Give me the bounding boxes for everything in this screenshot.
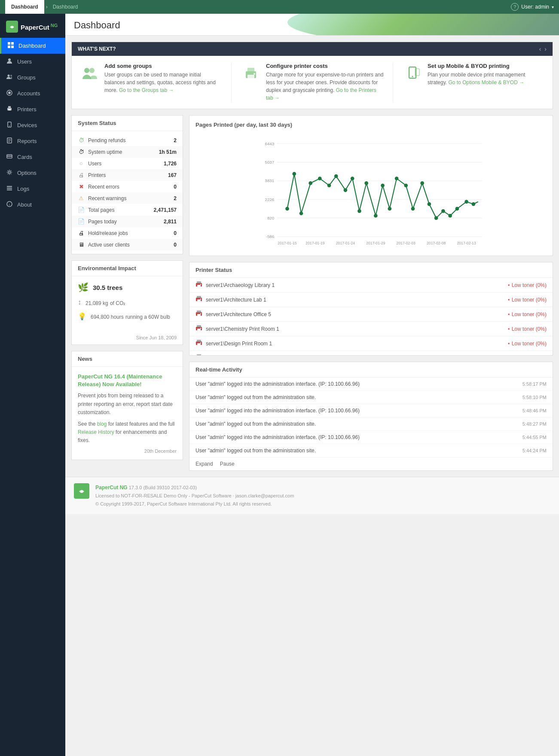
groups-tab-link[interactable]: Go to the Groups tab → [119,87,174,93]
svg-point-78 [455,207,459,211]
svg-point-64 [351,177,354,180]
svg-text:2017-02-13: 2017-02-13 [457,241,476,245]
svg-point-29 [89,68,95,73]
svg-point-69 [388,207,392,211]
help-icon[interactable]: ? [511,3,519,11]
whats-next-body-1: User groups can be used to manage initia… [104,71,223,94]
sidebar-item-groups[interactable]: Groups [0,70,65,85]
printer-status-panel: Printer Status server1\Archaeology Libra… [189,262,553,356]
expand-button[interactable]: Expand [195,461,213,467]
page-title: Dashboard [74,20,550,31]
env-trees: 30.5 trees [93,284,122,291]
pause-button[interactable]: Pause [220,461,235,467]
svg-point-72 [411,207,415,211]
svg-point-67 [374,214,378,218]
sidebar-item-accounts[interactable]: Accounts [0,85,65,101]
whats-next-panel: WHAT'S NEXT? ‹ › [71,42,553,109]
sidebar-label-printers: Printers [17,106,37,113]
sidebar-item-users[interactable]: Users [0,54,65,70]
svg-point-56 [285,207,289,211]
env-co2-row: ↕ 21,089 kg of CO₂ [78,299,177,306]
whats-next-prev[interactable]: ‹ [539,46,541,52]
svg-rect-1 [8,42,10,45]
status-row-hold: 🖨 Hold/release jobs 0 [72,227,183,239]
user-label[interactable]: User: admin [521,4,549,10]
whats-next-title-2: Configure printer costs [266,63,384,69]
status-row-uptime: ⏱ System uptime 1h 51m [72,146,183,158]
svg-text:6443: 6443 [265,141,274,146]
svg-point-74 [428,202,431,206]
groups-icon [6,74,13,81]
active-clients-icon: 🖥 [78,241,85,248]
blog-link[interactable]: blog [97,421,107,427]
activity-text-2: User "admin" logged out from the adminis… [195,394,519,400]
leaf-icon: 🌿 [78,282,89,293]
svg-point-77 [448,214,452,218]
status-row-active-clients: 🖥 Active user clients 0 [72,239,183,250]
activity-time-2: 5:58:10 PM [522,395,547,400]
svg-point-80 [472,202,476,206]
svg-point-84 [200,284,201,285]
right-column: Pages Printed (per day, last 30 days) 64… [189,115,553,471]
printer-row-icon [195,281,202,289]
breadcrumb-crumb[interactable]: Dashboard [49,4,82,10]
breadcrumb-active[interactable]: Dashboard [5,0,44,14]
activity-time-5: 5:44:55 PM [522,435,547,440]
breadcrumb-sep: › [46,4,48,10]
svg-rect-4 [11,46,14,48]
whats-next-title-3: Set up Mobile & BYOD printing [428,63,546,69]
svg-rect-99 [197,343,201,345]
sidebar-item-reports[interactable]: Reports [0,133,65,149]
chevron-down-icon[interactable]: ▾ [552,5,554,9]
footer-text: PaperCut NG 17.3.0 (Build 39310 2017-02-… [95,483,294,508]
sidebar-item-cards[interactable]: Cards [0,149,65,165]
news-body-text-2: See the blog for latest features and the… [78,420,177,445]
users-status-value: 1,726 [164,161,177,167]
sidebar-label-cards: Cards [17,154,32,160]
svg-point-7 [10,75,12,76]
sidebar-item-printers[interactable]: Printers [0,101,65,117]
sidebar-item-logs[interactable]: Logs [0,181,65,197]
sidebar-item-options[interactable]: Options [0,165,65,181]
printer-status-1: Low toner (0%) [508,282,547,288]
svg-point-61 [327,183,331,187]
hold-label: Hold/release jobs [88,230,170,236]
mobile-byod-link[interactable]: Go to Options Mobile & BYOD → [448,79,524,85]
accounts-icon [6,90,13,97]
svg-point-59 [309,181,312,185]
svg-text:i: i [9,203,10,207]
chart-area: 6443 5037 3831 2226 820 -586 [189,132,553,256]
printer-status-6: Low toner (0%) [508,355,547,356]
uptime-value: 1h 51m [159,149,177,155]
printers-tab-link[interactable]: Go to the Printers tab → [266,87,376,101]
whats-next-next[interactable]: › [544,46,547,52]
svg-rect-25 [7,189,12,190]
svg-text:2017-02-03: 2017-02-03 [397,241,415,245]
news-middle-text: for latest features and the full [107,421,174,427]
printers-status-icon: 🖨 [78,172,85,178]
breadcrumb: Dashboard › Dashboard [5,0,511,14]
svg-rect-23 [7,186,12,187]
sidebar-item-devices[interactable]: Devices [0,117,65,133]
status-row-printers: 🖨 Printers 167 [72,169,183,181]
table-row: server1\Archaeology Library 1 Low toner … [189,278,553,293]
svg-text:3831: 3831 [265,178,274,183]
release-history-link[interactable]: Release History [78,429,114,435]
svg-rect-95 [197,329,201,330]
whats-next-text-3: Set up Mobile & BYOD printing Plan your … [428,63,546,102]
news-headline-link[interactable]: PaperCut NG 16.4 (Maintenance Release) N… [78,373,162,387]
printer-row-icon-5 [195,339,202,348]
activity-text-3: User "admin" logged into the administrat… [195,408,519,414]
whats-next-header: WHAT'S NEXT? ‹ › [72,42,553,56]
svg-point-73 [420,181,424,185]
pages-today-value: 2,811 [164,219,177,225]
svg-point-66 [364,181,368,185]
sidebar-item-about[interactable]: i About [0,197,65,213]
svg-text:2017-01-15: 2017-01-15 [278,241,296,245]
svg-text:2017-01-19: 2017-01-19 [305,241,324,245]
divider-2 [393,63,393,102]
footer: PaperCut NG 17.3.0 (Build 39310 2017-02-… [65,477,559,514]
activity-row-6: User "admin" logged out from the adminis… [189,444,553,457]
svg-point-70 [395,177,399,180]
sidebar-item-dashboard[interactable]: Dashboard [0,38,65,54]
